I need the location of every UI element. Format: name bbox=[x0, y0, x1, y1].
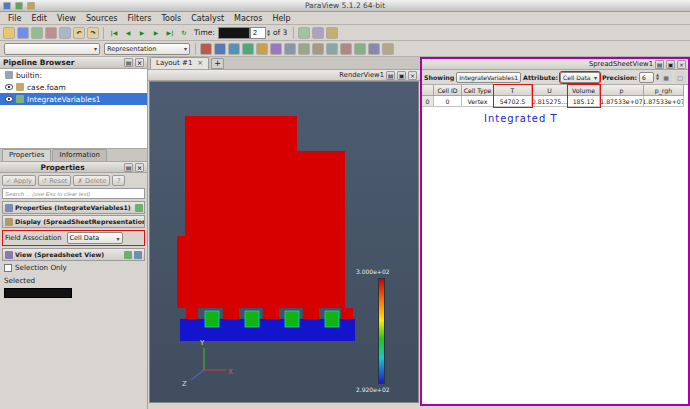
pipeline-item-case-foam[interactable]: case.foam bbox=[0, 81, 147, 93]
column-header-p[interactable]: p bbox=[600, 85, 644, 96]
save-state-icon[interactable] bbox=[124, 251, 132, 259]
section-view[interactable]: View (Spreadsheet View) bbox=[2, 248, 145, 261]
column-header-p-rgh[interactable]: p_rgh bbox=[644, 85, 684, 96]
color-map-editor-icon[interactable] bbox=[270, 43, 282, 55]
slice-filter-icon[interactable] bbox=[340, 43, 352, 55]
cell-type-value[interactable]: Vertex bbox=[462, 96, 494, 107]
menu-filters[interactable]: Filters bbox=[123, 14, 157, 23]
menu-sources[interactable]: Sources bbox=[81, 14, 123, 23]
rescale-visible-icon[interactable] bbox=[242, 43, 254, 55]
render-viewport[interactable]: Y X Z 3.000e+02 2.920e+02 bbox=[149, 81, 419, 403]
visibility-eye-icon[interactable] bbox=[5, 96, 13, 102]
apply-button[interactable]: ✓ Apply bbox=[2, 175, 36, 186]
menu-tools[interactable]: Tools bbox=[157, 14, 187, 23]
delete-button[interactable]: ✗ Delete bbox=[73, 175, 110, 186]
t-value[interactable]: 54702.5 bbox=[494, 96, 532, 107]
attribute-combo[interactable]: Cell Data ▾ bbox=[560, 72, 600, 83]
close-icon[interactable]: × bbox=[197, 59, 203, 67]
p-rgh-value[interactable]: 1.87533e+07 bbox=[644, 96, 684, 107]
find-data-icon[interactable] bbox=[312, 27, 324, 39]
app-icon[interactable] bbox=[3, 2, 11, 10]
stream-tracer-icon[interactable] bbox=[382, 43, 394, 55]
rescale-custom-icon[interactable] bbox=[228, 43, 240, 55]
frame-stepper[interactable]: ▲ ▼ bbox=[267, 29, 270, 37]
reset-button[interactable]: ↺ Reset bbox=[38, 175, 72, 186]
selected-value-box[interactable] bbox=[4, 288, 72, 298]
edit-color-map-icon[interactable] bbox=[200, 43, 212, 55]
undock-icon[interactable]: ▤ bbox=[124, 58, 133, 67]
column-header-volume[interactable]: Volume bbox=[568, 85, 600, 96]
tab-information[interactable]: Information bbox=[52, 149, 107, 161]
volume-value[interactable]: 185.12 bbox=[568, 96, 600, 107]
auto-apply-icon[interactable] bbox=[298, 27, 310, 39]
undock-icon[interactable]: ▤ bbox=[124, 163, 133, 172]
selection-only-checkbox[interactable] bbox=[4, 264, 12, 272]
loop-icon[interactable]: ↻ bbox=[178, 27, 190, 39]
p-value[interactable]: 1.87533e+07 bbox=[600, 96, 644, 107]
color-by-combo[interactable]: ▾ bbox=[4, 43, 100, 55]
column-header-t[interactable]: T bbox=[494, 85, 532, 96]
close-icon[interactable]: × bbox=[408, 71, 417, 80]
section-display[interactable]: Display (SpreadSheetRepresentation) bbox=[2, 215, 145, 228]
close-icon[interactable]: × bbox=[135, 58, 144, 67]
connect-server-icon[interactable] bbox=[31, 27, 43, 39]
help-icon[interactable] bbox=[326, 27, 338, 39]
search-input[interactable] bbox=[2, 188, 145, 199]
menu-view[interactable]: View bbox=[52, 14, 81, 23]
close-icon[interactable]: × bbox=[677, 60, 686, 69]
restore-state-icon[interactable] bbox=[134, 251, 142, 259]
disconnect-server-icon[interactable] bbox=[45, 27, 57, 39]
next-frame-icon[interactable]: ▶ bbox=[150, 27, 162, 39]
first-frame-icon[interactable]: |◀ bbox=[108, 27, 120, 39]
selection-only-toggle-icon[interactable]: ▢ bbox=[674, 71, 686, 83]
menu-edit[interactable]: Edit bbox=[26, 14, 52, 23]
rescale-range-icon[interactable] bbox=[214, 43, 226, 55]
precision-spinbox[interactable]: 6 bbox=[639, 72, 654, 83]
time-input[interactable] bbox=[218, 27, 250, 39]
column-header-cell-id[interactable]: Cell ID bbox=[434, 85, 462, 96]
frame-input[interactable] bbox=[250, 27, 266, 39]
clip-filter-icon[interactable] bbox=[354, 43, 366, 55]
column-header-u[interactable]: U bbox=[532, 85, 568, 96]
tab-layout-1[interactable]: Layout #1 × bbox=[150, 57, 209, 69]
color-legend-icon[interactable] bbox=[256, 43, 268, 55]
glyph-filter-icon[interactable] bbox=[368, 43, 380, 55]
representation-combo[interactable]: Representation ▾ bbox=[104, 43, 190, 55]
undock-icon[interactable]: ▤ bbox=[386, 71, 395, 80]
maximize-icon[interactable]: ▣ bbox=[397, 71, 406, 80]
app-extra-icon[interactable] bbox=[27, 2, 35, 10]
cell-id-value[interactable]: 0 bbox=[434, 96, 462, 107]
pipeline-item-builtin[interactable]: builtin: bbox=[0, 69, 147, 81]
surface-representation-icon[interactable] bbox=[284, 43, 296, 55]
column-visibility-icon[interactable]: ▦ bbox=[660, 71, 672, 83]
points-representation-icon[interactable] bbox=[312, 43, 324, 55]
visibility-eye-icon[interactable] bbox=[5, 84, 13, 90]
screenshot-icon[interactable] bbox=[59, 27, 71, 39]
add-layout-button[interactable]: + bbox=[211, 58, 224, 69]
last-frame-icon[interactable]: ▶| bbox=[164, 27, 176, 39]
help-button[interactable]: ? bbox=[112, 175, 125, 186]
redo-icon[interactable]: ↷ bbox=[87, 27, 99, 39]
menu-file[interactable]: File bbox=[3, 14, 26, 23]
maximize-icon[interactable]: ▣ bbox=[666, 60, 675, 69]
previous-frame-icon[interactable]: ◀ bbox=[122, 27, 134, 39]
save-state-icon[interactable] bbox=[135, 204, 143, 212]
open-file-icon[interactable] bbox=[3, 27, 15, 39]
outline-representation-icon[interactable] bbox=[326, 43, 338, 55]
u-value[interactable]: 0.815275... bbox=[532, 96, 568, 107]
tab-properties[interactable]: Properties bbox=[2, 149, 51, 161]
menu-catalyst[interactable]: Catalyst bbox=[186, 14, 229, 23]
close-icon[interactable]: × bbox=[135, 163, 144, 172]
app-badge-icon[interactable] bbox=[15, 2, 23, 10]
showing-combo[interactable]: IntegrateVariables1 ▾ bbox=[456, 72, 521, 83]
undo-icon[interactable]: ↶ bbox=[73, 27, 85, 39]
section-properties[interactable]: Properties (IntegrateVariables1) bbox=[2, 201, 145, 214]
field-association-combo[interactable]: Cell Data ▾ bbox=[67, 232, 123, 244]
wireframe-representation-icon[interactable] bbox=[298, 43, 310, 55]
column-header-cell-type[interactable]: Cell Type bbox=[462, 85, 494, 96]
save-file-icon[interactable] bbox=[17, 27, 29, 39]
undock-icon[interactable]: ▤ bbox=[655, 60, 664, 69]
play-icon[interactable]: ▶ bbox=[136, 27, 148, 39]
pipeline-item-integratevariables1[interactable]: IntegrateVariables1 bbox=[0, 93, 147, 105]
menu-help[interactable]: Help bbox=[267, 14, 295, 23]
